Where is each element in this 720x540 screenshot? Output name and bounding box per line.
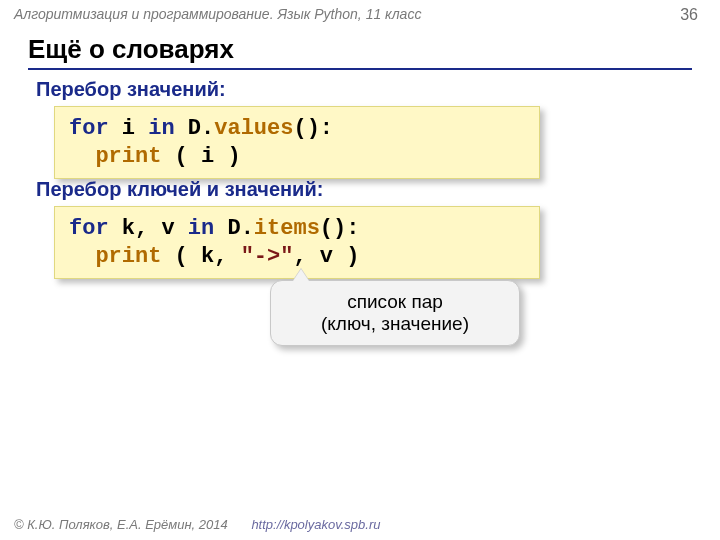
slide: Алгоритмизация и программирование. Язык … xyxy=(0,0,720,540)
code-keyword: in xyxy=(148,116,174,141)
section-heading-items: Перебор ключей и значений: xyxy=(36,178,323,201)
code-function: values xyxy=(214,116,293,141)
footer-url: http://kpolyakov.spb.ru xyxy=(251,517,380,532)
code-function: print xyxy=(95,244,161,269)
code-indent xyxy=(69,244,95,269)
callout-bubble: список пар (ключ, значение) xyxy=(270,280,520,346)
callout-line: список пар xyxy=(285,291,505,313)
code-text: (): xyxy=(293,116,333,141)
code-keyword: for xyxy=(69,116,109,141)
code-text: i xyxy=(109,116,149,141)
footer: © К.Ю. Поляков, Е.А. Ерёмин, 2014 http:/… xyxy=(14,517,380,532)
code-string: "->" xyxy=(241,244,294,269)
section-heading-values: Перебор значений: xyxy=(36,78,226,101)
code-text: (): xyxy=(320,216,360,241)
title-rule xyxy=(28,68,692,70)
callout-line: (ключ, значение) xyxy=(285,313,505,335)
code-text: ( k, xyxy=(161,244,240,269)
code-text: k, v xyxy=(109,216,188,241)
breadcrumb: Алгоритмизация и программирование. Язык … xyxy=(14,6,421,22)
code-block-values: for i in D.values(): print ( i ) xyxy=(54,106,540,179)
code-keyword: in xyxy=(188,216,214,241)
copyright: © К.Ю. Поляков, Е.А. Ерёмин, 2014 xyxy=(14,517,228,532)
page-title: Ещё о словарях xyxy=(28,34,234,65)
code-keyword: for xyxy=(69,216,109,241)
code-text: , v ) xyxy=(293,244,359,269)
code-indent xyxy=(69,144,95,169)
code-text: D. xyxy=(175,116,215,141)
code-text: D. xyxy=(214,216,254,241)
code-text: ( i ) xyxy=(161,144,240,169)
code-function: items xyxy=(254,216,320,241)
page-number: 36 xyxy=(680,6,698,24)
code-function: print xyxy=(95,144,161,169)
